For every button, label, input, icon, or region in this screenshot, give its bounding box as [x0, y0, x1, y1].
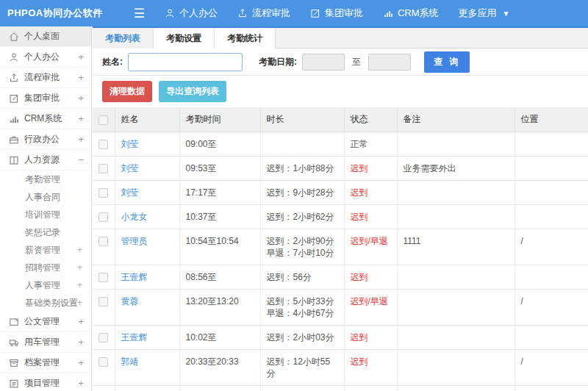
- sidebar-item-个人办公[interactable]: 个人办公 +: [0, 47, 91, 68]
- query-button[interactable]: 查 询: [424, 51, 470, 73]
- user-icon: [9, 52, 19, 62]
- expand-toggle-icon[interactable]: −: [78, 150, 84, 170]
- sidebar-item-CRM系统[interactable]: CRM系统 +: [0, 109, 91, 129]
- expand-toggle-icon[interactable]: +: [78, 373, 84, 391]
- row-checkbox[interactable]: [98, 188, 108, 198]
- briefcase-icon: [9, 134, 19, 145]
- employee-name-link[interactable]: 刘莹: [121, 187, 139, 198]
- sidebar-item-项目管理[interactable]: 项目管理 +: [0, 373, 91, 391]
- clean-data-button[interactable]: 清理数据: [102, 81, 152, 102]
- row-checkbox[interactable]: [98, 164, 108, 173]
- sidebar-subitem-薪资管理[interactable]: 薪资管理 +: [0, 241, 91, 259]
- duration: 迟到：5小时33分早退：4小时67分: [260, 290, 344, 326]
- sidebar-item-个人桌面[interactable]: 个人桌面: [0, 26, 91, 47]
- hamburger-menu-icon[interactable]: ☰: [134, 7, 145, 20]
- edit-icon: [9, 93, 19, 104]
- expand-toggle-icon[interactable]: +: [77, 259, 82, 276]
- chart-icon: [383, 8, 393, 18]
- top-menu-item-CRM系统[interactable]: CRM系统: [383, 7, 439, 20]
- tab-考勤统计[interactable]: 考勤统计: [215, 28, 276, 49]
- attendance-time: 09:00至: [179, 132, 260, 157]
- row-checkbox[interactable]: [98, 140, 108, 149]
- employee-name-link[interactable]: 王壹辉: [121, 332, 148, 342]
- expand-toggle-icon[interactable]: +: [78, 332, 84, 352]
- sidebar-subitem-招聘管理[interactable]: 招聘管理 +: [0, 259, 91, 276]
- date-to-input[interactable]: [368, 54, 411, 71]
- duration: 迟到：1小时88分: [260, 157, 344, 181]
- tab-bar: 考勤列表 考勤设置 考勤统计: [93, 28, 588, 49]
- sidebar-item-人力资源[interactable]: 人力资源 −: [0, 150, 91, 171]
- row-checkbox[interactable]: [98, 357, 108, 367]
- employee-name-link[interactable]: 刘莹: [121, 139, 139, 149]
- location: /: [514, 290, 588, 326]
- duration: 迟到：12小时53分: [260, 386, 344, 391]
- expand-toggle-icon[interactable]: +: [78, 68, 84, 87]
- home-icon: [9, 32, 19, 42]
- top-menu-item-更多应用[interactable]: 更多应用 ▼: [459, 7, 510, 20]
- top-menu-item-集团审批[interactable]: 集团审批: [310, 7, 363, 20]
- col-location: 位置: [514, 107, 588, 132]
- row-checkbox[interactable]: [98, 297, 108, 306]
- employee-name-link[interactable]: 王壹辉: [121, 272, 148, 282]
- table-row: 黄蓉 20:32至20:32 迟到：12小时53分 迟到 /: [93, 386, 588, 391]
- sidebar-item-公文管理[interactable]: 公文管理 +: [0, 312, 91, 332]
- date-from-input[interactable]: [302, 54, 345, 71]
- sidebar-subitem-培训管理[interactable]: 培训管理: [0, 206, 91, 223]
- attendance-time: 10:02至: [179, 326, 260, 350]
- col-remark: 备注: [397, 107, 514, 132]
- employee-name-link[interactable]: 小龙女: [121, 212, 148, 222]
- location: [514, 265, 588, 290]
- expand-toggle-icon[interactable]: +: [78, 353, 84, 373]
- expand-toggle-icon[interactable]: +: [77, 276, 82, 294]
- remark: [397, 132, 514, 157]
- sidebar-item-档案管理[interactable]: 档案管理 +: [0, 353, 91, 373]
- sidebar-subitem-奖惩记录[interactable]: 奖惩记录: [0, 223, 91, 241]
- attendance-time: 08:56至: [179, 265, 260, 290]
- table-row: 刘莹 09:53至 迟到：1小时88分 迟到 业务需要外出: [93, 157, 588, 181]
- select-all-checkbox[interactable]: [98, 115, 108, 125]
- top-menu-item-流程审批[interactable]: 流程审批: [237, 7, 290, 20]
- row-checkbox[interactable]: [98, 273, 108, 282]
- table-row: 刘莹 17:17至 迟到：9小时28分 迟到: [93, 181, 588, 205]
- expand-toggle-icon[interactable]: +: [78, 129, 84, 149]
- select-all-cell: [93, 107, 115, 132]
- employee-name-link[interactable]: 黄蓉: [121, 296, 139, 306]
- sidebar-subitem-考勤管理[interactable]: 考勤管理: [0, 171, 91, 188]
- tab-考勤列表[interactable]: 考勤列表: [93, 28, 154, 49]
- sidebar-item-流程审批[interactable]: 流程审批 +: [0, 68, 91, 88]
- sidebar-subitem-人事合同[interactable]: 人事合同: [0, 188, 91, 206]
- top-navbar: PHPOA协同办公软件 ☰ 个人办公 流程审批 集团审批 CRM系统 更多应用 …: [0, 0, 588, 26]
- col-time: 考勤时间: [179, 107, 260, 132]
- row-checkbox[interactable]: [98, 237, 108, 246]
- sidebar-item-用车管理[interactable]: 用车管理 +: [0, 332, 91, 353]
- table-row: 小龙女 10:37至 迟到：2小时62分 迟到: [93, 205, 588, 229]
- duration: 迟到：2小时03分: [260, 326, 344, 350]
- expand-toggle-icon[interactable]: +: [78, 312, 84, 331]
- doc-icon: [9, 317, 19, 327]
- employee-name-link[interactable]: 刘莹: [121, 163, 139, 173]
- export-list-button[interactable]: 导出查询列表: [159, 81, 226, 102]
- location: [514, 205, 588, 229]
- expand-toggle-icon[interactable]: +: [77, 294, 82, 312]
- expand-toggle-icon[interactable]: +: [78, 47, 84, 67]
- row-checkbox[interactable]: [98, 333, 108, 342]
- location: [514, 326, 588, 350]
- sidebar-item-集团审批[interactable]: 集团审批 +: [0, 88, 91, 109]
- expand-toggle-icon[interactable]: +: [78, 88, 84, 108]
- expand-toggle-icon[interactable]: +: [77, 241, 82, 259]
- sidebar-subitem-人事管理[interactable]: 人事管理 +: [0, 276, 91, 294]
- col-status: 状态: [344, 107, 397, 132]
- user-icon: [165, 8, 175, 18]
- sidebar-subitem-基础类别设置[interactable]: 基础类别设置 +: [0, 294, 91, 312]
- employee-name-link[interactable]: 管理员: [121, 236, 148, 246]
- top-menu-item-个人办公[interactable]: 个人办公: [165, 7, 218, 20]
- expand-toggle-icon[interactable]: +: [78, 109, 84, 129]
- row-checkbox[interactable]: [98, 212, 108, 222]
- attendance-time: 09:53至: [179, 157, 260, 181]
- remark: [397, 181, 514, 205]
- employee-name-link[interactable]: 郭靖: [121, 356, 139, 367]
- remark: [397, 326, 514, 350]
- tab-考勤设置[interactable]: 考勤设置: [154, 28, 215, 49]
- sidebar-item-行政办公[interactable]: 行政办公 +: [0, 129, 91, 150]
- name-input[interactable]: [128, 53, 243, 71]
